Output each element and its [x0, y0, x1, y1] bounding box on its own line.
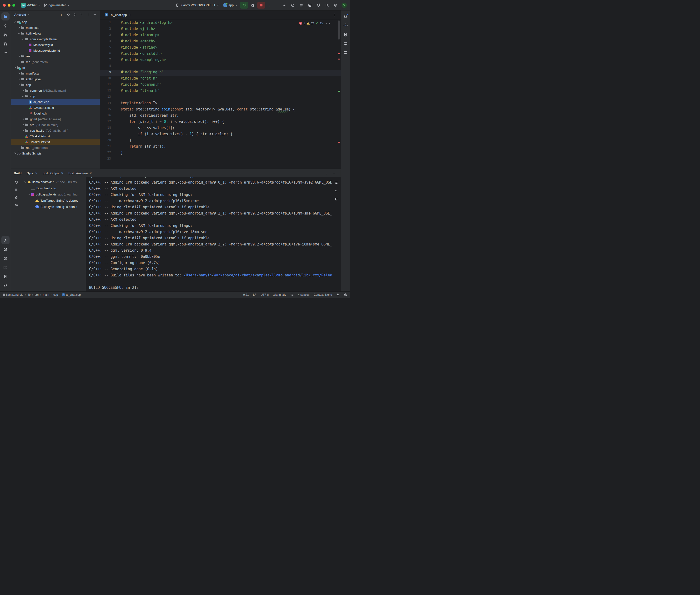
tree-item-cmakelists-txt[interactable]: CMakeLists.txt	[11, 139, 100, 145]
todo-list-button[interactable]	[298, 2, 305, 8]
error-mark[interactable]	[338, 142, 340, 143]
version-control-tool-button[interactable]	[1, 281, 9, 289]
line-number[interactable]: 8	[100, 64, 115, 70]
chevron-down-icon[interactable]	[17, 84, 21, 85]
chevron-right-icon[interactable]	[21, 90, 25, 91]
tree-item-cmakelists-txt[interactable]: CMakeLists.txt	[11, 105, 100, 111]
stop-button[interactable]	[257, 2, 265, 8]
line-number[interactable]: 13	[100, 95, 115, 101]
tree-item-ai-chat-cpp[interactable]: Cai_chat.cpp	[11, 99, 100, 105]
scrollbar-thumb[interactable]	[338, 21, 340, 39]
chevron-right-icon[interactable]	[13, 152, 17, 154]
editor-tab-ai-chat-cpp[interactable]: C ai_chat.cpp ×	[102, 10, 133, 19]
device-selector[interactable]: Xiaomi POCOPHONE F1	[174, 2, 221, 8]
chevron-down-icon[interactable]	[17, 33, 21, 34]
chevron-down-icon[interactable]	[21, 96, 25, 97]
build-tab-build-analyzer[interactable]: Build Analyzer×	[68, 171, 92, 175]
line-number[interactable]: 12	[100, 89, 115, 95]
dependencies-tool-button[interactable]	[1, 245, 9, 253]
line-number[interactable]: 1	[100, 21, 115, 27]
code-line[interactable]: #include "chat.h"	[115, 76, 341, 82]
close-tab-icon[interactable]: ×	[90, 171, 92, 175]
sync-project-button[interactable]	[315, 2, 322, 8]
code-line[interactable]: #include <cmath>	[115, 39, 341, 45]
chevron-right-icon[interactable]	[21, 118, 25, 120]
running-devices-tool-button[interactable]	[341, 39, 349, 48]
tree-item-cpp[interactable]: cpp	[11, 82, 100, 88]
tree-item-kotlin-java[interactable]: kotlin+java	[11, 30, 100, 36]
line-number[interactable]: 11	[100, 82, 115, 89]
search-everywhere-button[interactable]	[324, 2, 331, 8]
debug-button[interactable]	[249, 2, 256, 8]
line-number[interactable]: 17	[100, 119, 115, 126]
code-line[interactable]: return str.str();	[115, 144, 341, 150]
line-separator[interactable]: LF	[253, 293, 256, 296]
code-line[interactable]: #include <string>	[115, 45, 341, 51]
add-button[interactable]: +	[58, 12, 64, 18]
code-line[interactable]: #include <jni.h>	[115, 27, 341, 33]
line-number[interactable]: 2	[100, 27, 115, 33]
code-line[interactable]: str << values[i];	[115, 126, 341, 132]
tree-item-src[interactable]: src[AiChat.lib.main]	[11, 122, 100, 128]
tree-item-build-gradle-kts[interactable]: build.gradle.ktsapp 1 warning	[22, 191, 86, 197]
line-number[interactable]: 21	[100, 144, 115, 150]
cursor-position[interactable]: 9:21	[243, 293, 249, 296]
build-tool-button[interactable]	[1, 236, 9, 244]
notifications-tool-button[interactable]	[341, 12, 349, 21]
expand-all-button[interactable]	[72, 12, 78, 18]
error-mark[interactable]	[338, 59, 340, 59]
tree-item-common[interactable]: common[AiChat.lib.main]	[11, 88, 100, 93]
line-number[interactable]: 15	[100, 107, 115, 113]
code-line[interactable]	[115, 95, 341, 101]
tree-item-llama-android-fi[interactable]: !llama.android: fi22 sec, 583 ms	[22, 179, 86, 185]
tree-item-mainactivity-kt[interactable]: MainActivity.kt	[11, 42, 100, 48]
branch-widget[interactable]: ggml-master	[42, 2, 71, 8]
chevron-right-icon[interactable]	[17, 78, 21, 80]
project-widget[interactable]: AC AiChat	[19, 2, 42, 8]
prev-issue-icon[interactable]	[325, 22, 327, 25]
inspections-widget[interactable]: !3 !24 ✓15	[299, 22, 331, 25]
app-inspection-button[interactable]	[306, 2, 313, 8]
line-number[interactable]: 19	[100, 132, 115, 138]
gradle-tool-button[interactable]: G	[341, 22, 349, 30]
lock-icon[interactable]	[336, 293, 340, 296]
close-tab-icon[interactable]: ×	[129, 13, 131, 17]
tree-item-res[interactable]: res(generated)	[11, 145, 100, 150]
show-exceptions-button[interactable]	[13, 202, 19, 208]
build-tab-build-output[interactable]: Build Output×	[43, 171, 63, 175]
profile-avatar-button[interactable]	[341, 2, 348, 8]
commit-tool-button[interactable]	[1, 22, 9, 30]
code-line[interactable]: #include "logging.h"	[115, 70, 341, 76]
context-indicator[interactable]: Context: None	[314, 293, 332, 296]
problems-tool-button[interactable]	[1, 254, 9, 262]
code-line[interactable]	[115, 64, 341, 70]
code-line[interactable]	[115, 157, 341, 163]
tree-item-res[interactable]: res(generated)	[11, 59, 100, 65]
chevron-down-icon[interactable]	[21, 38, 25, 39]
breadcrumb-item-main[interactable]: main	[43, 293, 49, 296]
line-number[interactable]: 16	[100, 113, 115, 119]
chevron-right-icon[interactable]	[21, 130, 25, 131]
project-view-selector[interactable]: Android	[14, 13, 30, 17]
indent-config-icon[interactable]	[290, 293, 294, 296]
tree-item-com-example-llama[interactable]: com.example.llama	[11, 36, 100, 42]
line-number[interactable]: 18	[100, 126, 115, 132]
refresh-build-button[interactable]	[13, 179, 19, 185]
assistant-tool-button[interactable]	[341, 49, 349, 57]
project-tool-button[interactable]	[1, 12, 9, 21]
code-line[interactable]: }	[115, 138, 341, 144]
tree-item-ggml[interactable]: ggml[AiChat.lib.main]	[11, 116, 100, 122]
maximize-window-button[interactable]	[12, 4, 15, 7]
clang-tidy-status[interactable]: .clang-tidy	[273, 293, 286, 296]
more-tool-windows-button[interactable]	[1, 49, 9, 57]
clear-console-button[interactable]	[333, 196, 339, 202]
project-options-button[interactable]	[85, 12, 91, 18]
line-number[interactable]: 6	[100, 51, 115, 58]
code-line[interactable]: #include <iomanip>	[115, 33, 341, 39]
error-mark[interactable]	[338, 53, 340, 54]
build-options-button[interactable]	[323, 170, 330, 176]
line-number[interactable]: 20	[100, 138, 115, 144]
indent-setting[interactable]: 4 spaces	[298, 293, 309, 296]
tree-item-gradle-scripts[interactable]: GGradle Scripts	[11, 150, 100, 156]
chevron-right-icon[interactable]	[17, 55, 21, 57]
